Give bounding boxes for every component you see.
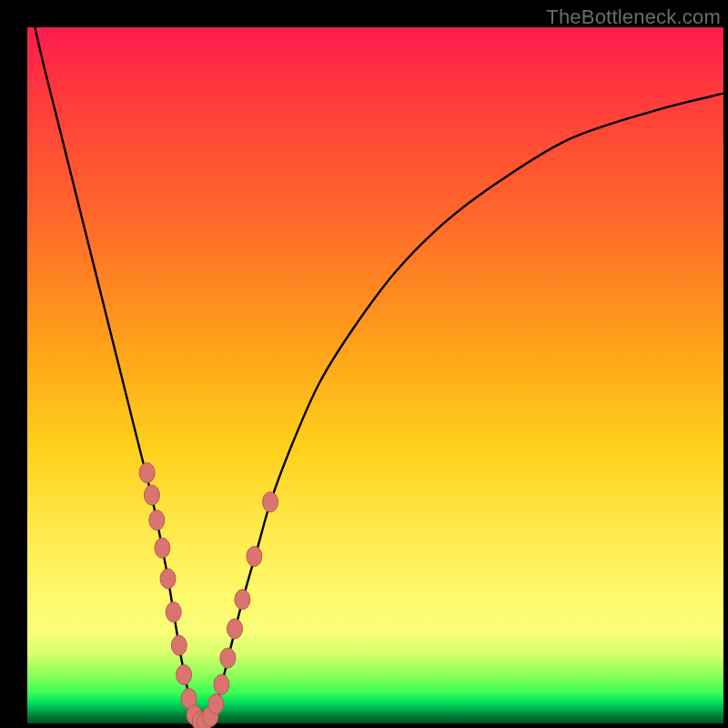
watermark-text: TheBottleneck.com <box>546 5 721 29</box>
curve-marker <box>247 546 262 566</box>
bottleneck-curve <box>27 0 723 723</box>
curve-marker <box>214 674 229 694</box>
curve-marker <box>177 665 192 685</box>
bottleneck-curve-svg <box>27 27 723 723</box>
curve-marker <box>228 619 243 639</box>
curve-marker <box>208 694 224 714</box>
curve-marker <box>263 492 278 512</box>
curve-marker <box>155 538 170 558</box>
plot-area <box>27 27 723 723</box>
curve-marker <box>149 511 165 531</box>
curve-markers <box>139 463 278 728</box>
chart-frame: TheBottleneck.com <box>0 0 728 728</box>
curve-marker <box>144 485 159 505</box>
curve-marker <box>160 569 176 589</box>
curve-marker <box>220 648 236 668</box>
curve-marker <box>166 602 181 622</box>
curve-marker <box>235 590 250 610</box>
curve-marker <box>139 463 155 483</box>
curve-marker <box>171 635 187 655</box>
